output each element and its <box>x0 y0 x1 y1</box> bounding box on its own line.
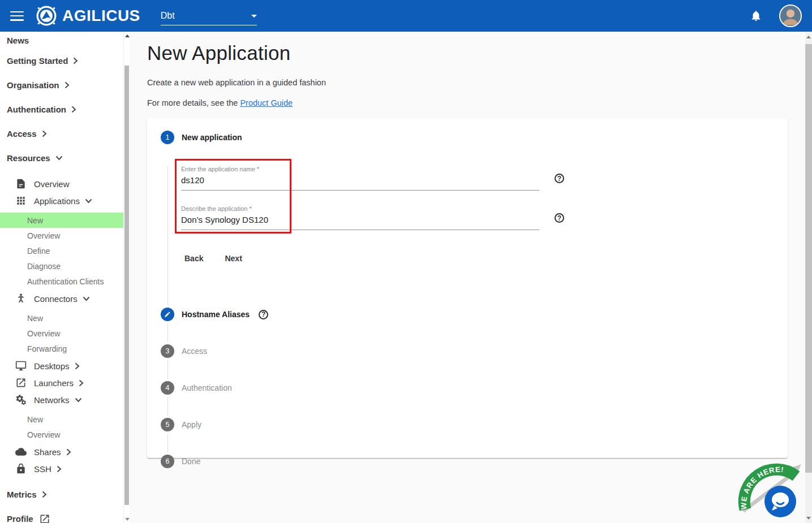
sidebar-item-overview[interactable]: Overview <box>0 175 123 192</box>
help-icon[interactable]: ? <box>555 174 564 183</box>
sidebar-item-metrics[interactable]: Metrics <box>0 482 123 507</box>
hamburger-menu-icon[interactable] <box>10 11 24 21</box>
sidebar-item-launchers[interactable]: Launchers <box>0 374 123 391</box>
back-button[interactable]: Back <box>181 253 207 264</box>
step-6-header[interactable]: 6 Done <box>161 455 774 468</box>
connector-icon <box>15 293 27 304</box>
main-scrollbar[interactable] <box>805 32 812 523</box>
application-description-label: Describe the application * <box>181 205 539 212</box>
sidebar-item-label: Shares <box>34 447 61 457</box>
sidebar-item-label: Networks <box>34 395 70 405</box>
step-5-header[interactable]: 5 Apply <box>161 418 774 431</box>
scroll-up-icon[interactable] <box>125 34 130 37</box>
sidebar-item-authentication-clients[interactable]: Authentication Clients <box>0 274 123 289</box>
user-avatar[interactable] <box>779 5 802 27</box>
step-4-label: Authentication <box>182 383 232 392</box>
step-3-label: Access <box>182 347 207 356</box>
sidebar-item-label: SSH <box>34 464 51 474</box>
sidebar-item-forwarding[interactable]: Forwarding <box>0 341 123 356</box>
step-5-circle: 5 <box>161 418 174 431</box>
application-description-input[interactable] <box>181 212 539 230</box>
organisation-select[interactable]: Dbt <box>161 11 257 25</box>
sidebar-item-label: Resources <box>7 153 50 163</box>
scroll-down-icon[interactable] <box>806 517 811 520</box>
sidebar-scrollbar[interactable] <box>123 32 130 523</box>
launch-icon <box>15 377 27 388</box>
help-icon[interactable]: ? <box>555 213 564 223</box>
chat-bubble-icon <box>764 486 796 517</box>
step-1-content: Enter the application name * ? Describe … <box>167 166 774 305</box>
page-title: New Application <box>147 41 805 65</box>
application-name-input[interactable] <box>181 172 539 191</box>
sidebar-item-label: New <box>27 415 43 424</box>
step-1-header[interactable]: 1 New application <box>161 131 774 144</box>
sidebar-item-label: Diagnose <box>27 262 61 271</box>
step-6-label: Done <box>182 457 200 466</box>
sidebar-item-ssh[interactable]: SSH <box>0 460 123 477</box>
help-icon[interactable]: ? <box>259 310 268 319</box>
chat-help-widget[interactable]: WE ARE HERE! <box>737 455 805 522</box>
step-2-header[interactable]: Hostname Aliases ? <box>161 308 774 321</box>
page-subtitle: Create a new web application in a guided… <box>147 78 805 87</box>
apps-grid-icon <box>15 195 27 206</box>
sidebar-item-label: Getting Started <box>7 56 68 66</box>
sidebar-item-news[interactable]: News <box>0 32 123 49</box>
product-guide-link[interactable]: Product Guide <box>240 98 293 107</box>
organisation-select-value: Dbt <box>161 11 175 21</box>
sidebar-item-label: Metrics <box>7 490 37 499</box>
stepper-connector <box>167 360 774 379</box>
chevron-right-icon <box>75 362 80 370</box>
sidebar-item-label: Define <box>27 247 50 256</box>
sidebar-item-new[interactable]: New <box>0 310 123 326</box>
main-scrollbar-thumb[interactable] <box>805 44 812 473</box>
sidebar-item-overview[interactable]: Overview <box>0 326 123 341</box>
sidebar-item-label: Forwarding <box>27 344 67 353</box>
sidebar-item-diagnose[interactable]: Diagnose <box>0 258 123 274</box>
chevron-right-icon <box>57 465 62 473</box>
notifications-bell-icon[interactable] <box>750 10 762 22</box>
sidebar-item-label: Overview <box>27 329 60 338</box>
sidebar-item-organisation[interactable]: Organisation <box>0 73 123 97</box>
chevron-right-icon <box>66 448 71 456</box>
scroll-up-icon[interactable] <box>806 36 811 38</box>
page-details: For more details, see theProduct Guide <box>147 98 805 107</box>
next-button[interactable]: Next <box>221 253 245 264</box>
scroll-down-icon[interactable] <box>125 518 130 521</box>
step-3-header[interactable]: 3 Access <box>161 344 774 358</box>
sidebar-item-access[interactable]: Access <box>0 122 123 146</box>
sidebar-item-shares[interactable]: Shares <box>0 443 123 460</box>
external-icon <box>39 513 50 523</box>
sidebar-scrollbar-thumb[interactable] <box>124 66 129 505</box>
sidebar-item-networks[interactable]: Networks <box>0 391 123 408</box>
sidebar-item-profile[interactable]: Profile <box>0 507 123 523</box>
step-4-header[interactable]: 4 Authentication <box>161 381 774 395</box>
step-1-label: New application <box>182 133 242 142</box>
sidebar-item-label: Overview <box>34 179 70 189</box>
brand-logo: AGILICUS <box>35 5 140 27</box>
sidebar-item-label: Overview <box>27 430 60 439</box>
sidebar-item-new[interactable]: New <box>0 412 123 427</box>
chevron-right-icon <box>73 57 78 64</box>
sidebar-navigation: NewsGetting StartedOrganisationAuthentic… <box>0 32 123 523</box>
sidebar-item-applications[interactable]: Applications <box>0 192 123 209</box>
sidebar-item-overview[interactable]: Overview <box>0 427 123 442</box>
chevron-right-icon <box>42 130 47 137</box>
sidebar-item-label: Access <box>7 129 37 139</box>
step-3-circle: 3 <box>161 344 174 358</box>
gears-icon <box>15 394 27 405</box>
sidebar-item-label: New <box>27 216 43 225</box>
brand-name: AGILICUS <box>62 7 140 25</box>
sidebar-item-new[interactable]: New <box>0 213 123 228</box>
sidebar-item-connectors[interactable]: Connectors <box>0 290 123 307</box>
sidebar-item-authentication[interactable]: Authentication <box>0 97 123 122</box>
sidebar-item-desktops[interactable]: Desktops <box>0 357 123 374</box>
sidebar-item-label: Organisation <box>7 80 59 90</box>
chevron-down-icon <box>85 198 92 204</box>
chevron-down-icon <box>55 155 63 161</box>
step-2-label: Hostname Aliases <box>182 310 250 319</box>
sidebar-item-getting-started[interactable]: Getting Started <box>0 49 123 73</box>
sidebar-item-resources[interactable]: Resources <box>0 146 123 170</box>
sidebar-item-define[interactable]: Define <box>0 243 123 258</box>
chevron-right-icon <box>71 106 76 113</box>
sidebar-item-overview[interactable]: Overview <box>0 228 123 243</box>
